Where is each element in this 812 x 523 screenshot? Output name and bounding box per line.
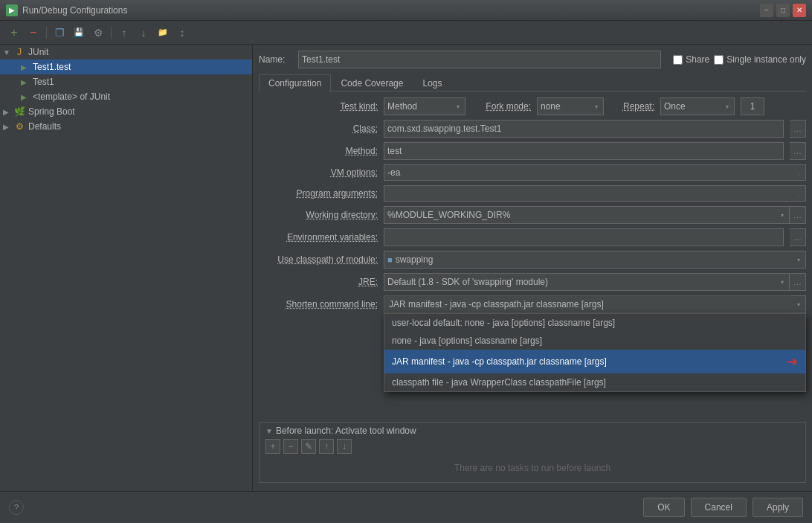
working-dir-row: Working directory: ▾ … [259,206,806,224]
tab-configuration[interactable]: Configuration [259,74,331,92]
working-dir-wrapper: ▾ … [384,206,806,224]
share-label: Share [686,54,709,65]
jar-manifest-label: JAR manifest - java -cp classpath.jar cl… [392,356,781,367]
tab-code-coverage[interactable]: Code Coverage [331,74,413,92]
test-kind-label: Test kind: [259,101,378,112]
bottom-bar: ? OK Cancel Apply [0,491,812,523]
tree-item-defaults[interactable]: ▶ ⚙ Defaults [0,119,252,134]
content-area: ▼ J JUnit ▶ Test1.test ▶ Test1 ▶ <templa… [0,45,812,491]
remove-button[interactable]: − [25,25,42,41]
move-up-button[interactable]: ↑ [116,25,132,41]
method-ellipsis-button[interactable]: … [790,142,806,160]
name-row: Name: Share Single instance only [259,51,806,68]
class-ellipsis-button[interactable]: … [790,120,806,138]
before-launch-down-btn[interactable]: ↓ [337,439,352,454]
minimize-button[interactable]: − [760,4,773,17]
classpath-row: Use classpath of module: ■ swapping ▾ [259,251,806,269]
test1test-icon: ▶ [18,61,30,73]
before-launch-edit-btn[interactable]: ✎ [301,439,316,454]
window-icon: ▶ [6,4,18,16]
add-button[interactable]: + [6,25,22,41]
before-launch-collapse-icon[interactable]: ▼ [265,427,273,435]
shorten-cmd-label: Shorten command line: [259,299,378,309]
dropdown-item-user-local[interactable]: user-local default: none - java [options… [384,314,805,332]
working-dir-input[interactable] [384,206,775,224]
env-vars-ellipsis[interactable]: … [790,228,806,246]
tree-item-test1[interactable]: ▶ Test1 [0,74,252,89]
single-instance-checkbox-label[interactable]: Single instance only [714,54,806,65]
test-kind-select[interactable]: Method [384,97,451,115]
method-input[interactable] [384,142,784,160]
method-label: Method: [259,146,378,156]
tree-item-spring-boot[interactable]: ▶ 🌿 Spring Boot [0,104,252,119]
shorten-cmd-value[interactable]: JAR manifest - java -cp classpath.jar cl… [384,295,791,313]
classpath-dropdown[interactable]: ▾ [791,251,806,269]
module-icon: ■ [387,255,393,264]
program-args-input[interactable] [384,185,806,202]
toolbar-divider-1 [46,27,47,39]
jre-input[interactable] [384,273,775,291]
working-dir-ellipsis[interactable]: … [790,206,806,224]
apply-button[interactable]: Apply [753,498,803,517]
program-args-wrapper: ↘ [384,185,806,202]
shorten-cmd-dropdown: user-local default: none - java [options… [384,313,806,392]
tree-label-spring-boot: Spring Boot [28,106,75,117]
vm-options-input[interactable] [384,164,806,181]
left-panel: ▼ J JUnit ▶ Test1.test ▶ Test1 ▶ <templa… [0,45,253,491]
cancel-button[interactable]: Cancel [691,498,747,517]
before-launch-add-btn[interactable]: + [265,439,280,454]
tree-item-test1test[interactable]: ▶ Test1.test [0,60,252,74]
settings-button[interactable]: ⚙ [90,25,106,41]
ok-button[interactable]: OK [643,498,684,517]
working-dir-label: Working directory: [259,210,378,220]
share-checkbox-label[interactable]: Share [673,54,709,65]
repeat-select[interactable]: Once [660,97,720,115]
jre-dropdown[interactable]: ▾ [775,273,790,291]
classpath-wrapper: ■ swapping ▾ [384,251,806,269]
single-instance-label: Single instance only [726,54,806,65]
expand-icon-defaults: ▶ [3,123,12,131]
repeat-count-input[interactable] [741,97,764,115]
jre-ellipsis[interactable]: … [790,273,806,291]
tree-item-template-junit[interactable]: ▶ <template> of JUnit [0,89,252,104]
tree-item-junit[interactable]: ▼ J JUnit [0,45,252,60]
copy-button[interactable]: ❐ [51,25,68,41]
env-vars-input[interactable] [384,228,784,246]
repeat-dropdown-arrow[interactable]: ▾ [720,97,735,115]
name-input[interactable] [298,51,661,68]
before-launch-up-btn[interactable]: ↑ [319,439,334,454]
help-icon[interactable]: ? [9,500,24,515]
tree-label-template: <template> of JUnit [33,92,110,102]
program-args-expand-corner[interactable]: ↘ [796,191,806,202]
maximize-button[interactable]: □ [776,4,790,17]
move-down-button[interactable]: ↓ [135,25,152,41]
single-instance-checkbox[interactable] [714,55,724,65]
sort-button[interactable]: ↕ [174,25,190,41]
tree-label-test1: Test1 [33,77,54,87]
share-checkbox[interactable] [673,55,683,65]
fork-mode-select[interactable]: none [537,97,589,115]
close-button[interactable]: ✕ [793,4,806,17]
classpath-label: Use classpath of module: [259,254,378,265]
dropdown-item-jar-manifest[interactable]: JAR manifest - java -cp classpath.jar cl… [384,350,805,373]
working-dir-dropdown[interactable]: ▾ [775,206,790,224]
dropdown-item-classpath-file[interactable]: classpath file - java WrapperClass class… [384,373,805,391]
class-input[interactable] [384,120,784,138]
jre-row: JRE: ▾ … [259,273,806,291]
test-kind-dropdown-arrow[interactable]: ▾ [451,97,465,115]
tree-label-junit: JUnit [28,47,48,57]
vm-options-expand-corner[interactable]: ↘ [796,170,806,181]
junit-icon: J [13,46,25,58]
shorten-command-line-row: Shorten command line: JAR manifest - jav… [259,295,806,313]
tree-label-test1test: Test1.test [33,62,71,72]
fork-mode-dropdown-arrow[interactable]: ▾ [589,97,604,115]
folder-button[interactable]: 📁 [155,25,171,41]
shorten-cmd-dropdown-arrow[interactable]: ▾ [791,295,806,313]
before-launch-remove-btn[interactable]: − [283,439,298,454]
dropdown-item-none[interactable]: none - java [options] classname [args] [384,332,805,350]
no-tasks-text: There are no tasks to run before launch [265,457,799,479]
jre-label: JRE: [259,277,378,287]
tab-logs[interactable]: Logs [413,74,451,92]
template-icon: ▶ [18,91,30,103]
save-button[interactable]: 💾 [71,25,87,41]
